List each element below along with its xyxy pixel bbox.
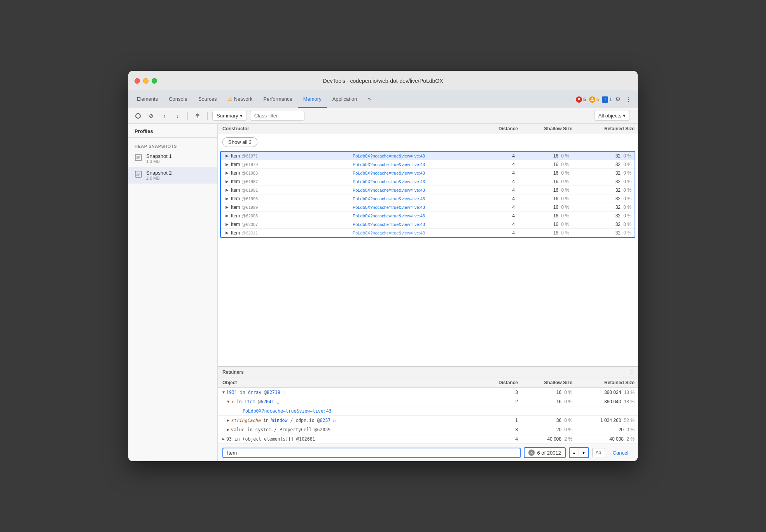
expand-icon[interactable]: ▼: [227, 399, 229, 404]
expand-icon[interactable]: ▶: [227, 418, 229, 422]
retainer-retained: 20 0 %: [575, 426, 638, 434]
row-constructor: ▶ Item @61999: [221, 204, 348, 211]
heap-snapshots-title: HEAP SNAPSHOTS: [128, 139, 217, 150]
row-constructor: ▶ Item @62007: [221, 221, 348, 228]
table-row[interactable]: ▶ Item @61983 PoLdb0X?nocache=true&view=…: [221, 169, 635, 177]
class-filter-input[interactable]: [250, 111, 304, 121]
row-link-cell: PoLdb0X?nocache=true&view=live:43: [348, 178, 475, 185]
table-row[interactable]: ▶ Item @62011 PoLdb0X?nocache=true&view=…: [221, 229, 635, 237]
maximize-button[interactable]: [152, 78, 157, 84]
table-row[interactable]: ▶ Item @62003 PoLdb0X?nocache=true&view=…: [221, 212, 635, 220]
snapshot1-name: Snapshot 1: [146, 153, 211, 159]
expand-icon[interactable]: ▶: [226, 162, 229, 166]
table-row[interactable]: ▶ Item @61999 PoLdb0X?nocache=true&view=…: [221, 203, 635, 212]
expand-icon[interactable]: ▶: [226, 196, 229, 201]
expand-icon[interactable]: ▶: [226, 171, 229, 175]
retainer-retained: 360 040 18 %: [575, 398, 638, 406]
table-row[interactable]: ▶ Item @61979 PoLdb0X?nocache=true&view=…: [221, 160, 635, 169]
retainer-retained: [575, 410, 638, 412]
row-link[interactable]: PoLdb0X?nocache=true&view=live:43: [353, 214, 425, 218]
search-prev-button[interactable]: ▲: [570, 448, 579, 457]
expand-icon[interactable]: ▶: [226, 231, 229, 235]
row-name: Item: [231, 187, 240, 193]
row-link[interactable]: PoLdb0X?nocache=true&view=live:43: [353, 222, 425, 227]
window-title: DevTools - codepen.io/web-dot-dev/live/P…: [323, 78, 443, 84]
search-input-box: [222, 448, 521, 458]
row-link[interactable]: PoLdb0X?nocache=true&view=live:43: [353, 179, 425, 184]
minimize-button[interactable]: [143, 78, 149, 84]
tab-memory[interactable]: Memory: [298, 91, 327, 108]
show-all-button[interactable]: Show all 3: [222, 137, 257, 147]
row-retained: 32 0 %: [572, 212, 635, 219]
tab-elements[interactable]: Elements: [131, 91, 163, 108]
search-clear-button[interactable]: ✕: [528, 450, 535, 456]
row-constructor: ▶ Item @62011: [221, 229, 348, 236]
tab-application[interactable]: Application: [327, 91, 363, 108]
more-options-icon[interactable]: ⋮: [625, 96, 631, 103]
record-icon: [135, 113, 141, 119]
expand-icon[interactable]: ▶: [226, 222, 229, 226]
rth-retained: Retained Size: [575, 378, 638, 387]
retainer-obj: PoLdb0X?nocache=true&view=live:43: [218, 407, 478, 415]
rth-shallow: Shallow Size: [521, 378, 575, 387]
warning-badge-icon: ⚠: [589, 96, 595, 103]
table-row[interactable]: ▶ Item @61991 PoLdb0X?nocache=true&view=…: [221, 186, 635, 194]
retainer-row[interactable]: ▶ 93 in (object elements)[] @102681 4 40…: [218, 434, 638, 444]
tab-network[interactable]: ⚠ Network: [222, 91, 258, 108]
th-distance: Distance: [478, 124, 521, 134]
retainer-row[interactable]: ▶ value in system / PropertyCell @62039 …: [218, 425, 638, 434]
row-link[interactable]: PoLdb0X?nocache=true&view=live:43: [353, 231, 425, 235]
table-row[interactable]: ▶ Item @62007 PoLdb0X?nocache=true&view=…: [221, 220, 635, 229]
expand-icon[interactable]: ▶: [227, 427, 229, 432]
settings-icon[interactable]: ⚙: [615, 96, 621, 103]
snapshot1-item[interactable]: Snapshot 1 1.3 MB: [128, 150, 217, 167]
retainer-row[interactable]: ▼ x in Item @62041 □ 2 16 0 % 360 040 18…: [218, 397, 638, 406]
row-id: @61987: [241, 179, 258, 184]
close-button[interactable]: [135, 78, 140, 84]
row-link[interactable]: PoLdb0X?nocache=true&view=live:43: [353, 154, 425, 158]
tab-sources[interactable]: Sources: [193, 91, 222, 108]
tab-console[interactable]: Console: [163, 91, 193, 108]
row-retained: 32 0 %: [572, 221, 635, 228]
retainer-row[interactable]: ▼ [93] in Array @82719 □ 3 16 0 % 360 02…: [218, 388, 638, 397]
search-input[interactable]: [227, 450, 516, 456]
row-link[interactable]: PoLdb0X?nocache=true&view=live:43: [353, 162, 425, 167]
constructor-table-body: Show all 3 ▶ Item @61971 PoLdb0X?nocache…: [218, 134, 638, 366]
table-row[interactable]: ▶ Item @61987 PoLdb0X?nocache=true&view=…: [221, 177, 635, 186]
expand-icon[interactable]: ▼: [222, 390, 225, 394]
retainer-link[interactable]: PoLdb0X?nocache=true&view=live:43: [243, 408, 331, 414]
clear-button[interactable]: ⊘: [146, 111, 156, 121]
snapshot-icon: [135, 154, 142, 163]
row-shallow: 16 0 %: [518, 229, 572, 236]
expand-icon[interactable]: ▶: [226, 188, 229, 192]
table-row[interactable]: ▶ Item @61971 PoLdb0X?nocache=true&view=…: [221, 152, 635, 160]
expand-icon[interactable]: ▶: [226, 154, 229, 158]
tab-more[interactable]: »: [362, 91, 376, 108]
download-button[interactable]: ↓: [173, 111, 183, 121]
expand-icon[interactable]: ▶: [226, 205, 229, 209]
upload-button[interactable]: ↑: [159, 111, 170, 121]
row-link[interactable]: PoLdb0X?nocache=true&view=live:43: [353, 171, 425, 175]
all-objects-dropdown[interactable]: All objects ▾: [594, 111, 630, 121]
expand-icon[interactable]: ▶: [226, 179, 229, 184]
row-link[interactable]: PoLdb0X?nocache=true&view=live:43: [353, 188, 425, 192]
search-cancel-button[interactable]: Cancel: [608, 448, 633, 457]
retainer-row[interactable]: ▶ stringCache in Window / cdpn.io @6257 …: [218, 416, 638, 425]
snapshot2-item[interactable]: Snapshot 2 2.0 MB: [128, 167, 217, 184]
delete-button[interactable]: 🗑: [192, 111, 203, 121]
search-match-case-button[interactable]: Aa: [592, 448, 605, 457]
tab-network-label: Network: [234, 96, 253, 102]
summary-dropdown[interactable]: Summary ▾: [212, 111, 247, 121]
tab-actions: ⚙ ⋮: [615, 91, 635, 108]
expand-icon[interactable]: ▶: [222, 437, 225, 441]
retainers-table-header: Object Distance Shallow Size Retained Si…: [218, 378, 638, 388]
tab-performance[interactable]: Performance: [258, 91, 297, 108]
row-distance: 4: [475, 204, 518, 211]
record-button[interactable]: [133, 111, 143, 121]
table-row[interactable]: ▶ Item @61995 PoLdb0X?nocache=true&view=…: [221, 194, 635, 203]
row-link[interactable]: PoLdb0X?nocache=true&view=live:43: [353, 196, 425, 201]
row-link[interactable]: PoLdb0X?nocache=true&view=live:43: [353, 205, 425, 210]
expand-icon[interactable]: ▶: [226, 214, 229, 218]
retainer-row[interactable]: PoLdb0X?nocache=true&view=live:43: [218, 406, 638, 416]
search-next-button[interactable]: ▼: [579, 448, 588, 457]
